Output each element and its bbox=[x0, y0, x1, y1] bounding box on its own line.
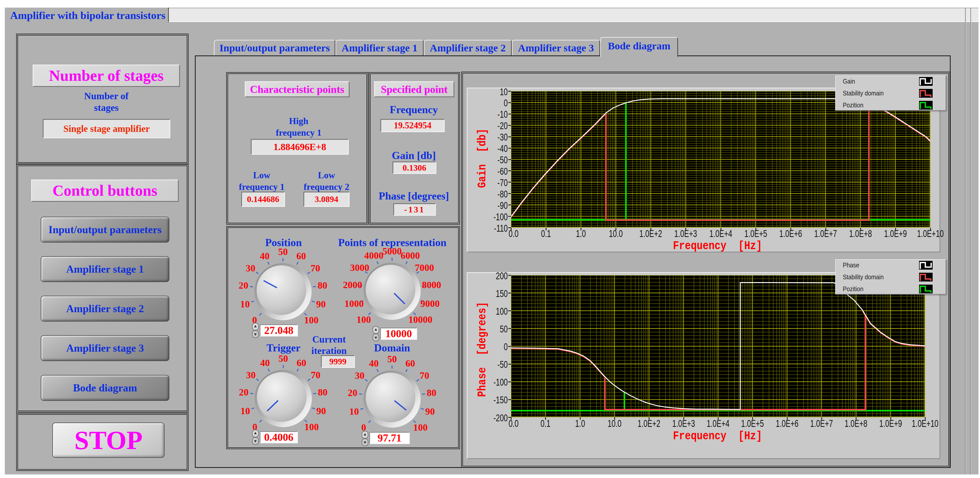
svg-text:70: 70 bbox=[311, 370, 320, 380]
svg-text:9000: 9000 bbox=[420, 298, 440, 309]
svg-text:50: 50 bbox=[278, 246, 288, 257]
svg-text:80: 80 bbox=[318, 280, 327, 291]
svg-text:100: 100 bbox=[356, 314, 371, 325]
svg-text:100: 100 bbox=[304, 422, 319, 432]
svg-text:10: 10 bbox=[349, 406, 359, 417]
svg-text:80: 80 bbox=[318, 387, 328, 397]
svg-text:100: 100 bbox=[413, 422, 428, 433]
svg-text:60: 60 bbox=[297, 357, 306, 368]
svg-text:90: 90 bbox=[317, 406, 326, 416]
svg-text:60: 60 bbox=[406, 358, 415, 369]
svg-text:1000: 1000 bbox=[344, 298, 364, 309]
svg-text:40: 40 bbox=[260, 251, 270, 261]
svg-text:8000: 8000 bbox=[422, 279, 441, 290]
svg-text:30: 30 bbox=[355, 370, 364, 381]
svg-text:80: 80 bbox=[427, 387, 436, 398]
svg-text:3000: 3000 bbox=[350, 262, 369, 273]
svg-text:70: 70 bbox=[420, 370, 429, 381]
svg-text:10: 10 bbox=[240, 406, 250, 416]
svg-text:6000: 6000 bbox=[401, 250, 420, 261]
svg-text:60: 60 bbox=[296, 251, 306, 261]
svg-text:40: 40 bbox=[369, 358, 379, 369]
svg-text:30: 30 bbox=[246, 263, 255, 273]
svg-text:5000: 5000 bbox=[382, 246, 402, 257]
svg-text:90: 90 bbox=[425, 406, 435, 417]
svg-text:50: 50 bbox=[278, 353, 288, 364]
svg-text:50: 50 bbox=[387, 354, 397, 364]
svg-text:100: 100 bbox=[304, 315, 319, 325]
svg-text:2000: 2000 bbox=[343, 279, 362, 290]
svg-text:20: 20 bbox=[239, 387, 248, 397]
svg-text:90: 90 bbox=[316, 299, 326, 309]
svg-text:10: 10 bbox=[240, 299, 250, 309]
svg-text:40: 40 bbox=[260, 357, 270, 368]
svg-text:4000: 4000 bbox=[364, 250, 383, 261]
svg-text:20: 20 bbox=[348, 387, 357, 398]
svg-text:10000: 10000 bbox=[409, 314, 433, 325]
svg-text:70: 70 bbox=[310, 263, 320, 273]
svg-text:30: 30 bbox=[246, 370, 256, 380]
svg-text:7000: 7000 bbox=[415, 262, 434, 273]
svg-text:20: 20 bbox=[239, 280, 248, 291]
